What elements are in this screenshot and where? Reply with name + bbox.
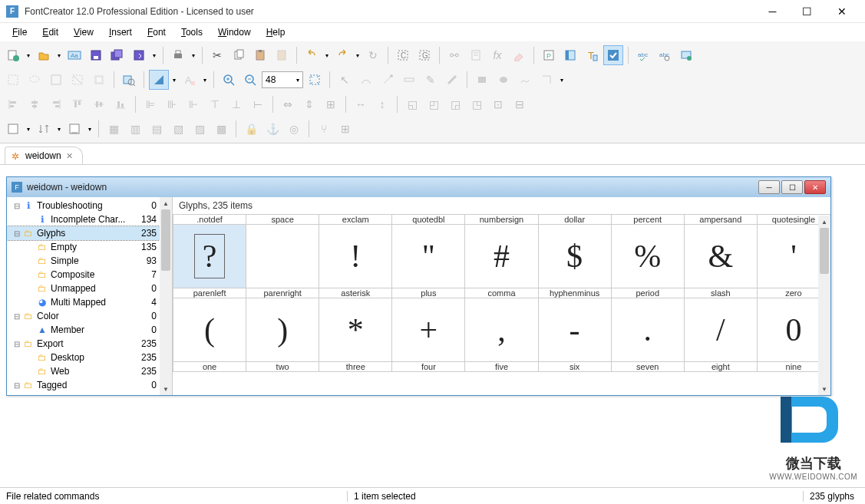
tree-toggle-icon[interactable]: ⊟	[12, 229, 22, 238]
save-button[interactable]	[86, 45, 106, 65]
paste-button[interactable]	[250, 45, 270, 65]
fill-mode-button[interactable]	[149, 70, 169, 90]
print-button[interactable]	[168, 45, 188, 65]
menu-view[interactable]: View	[66, 25, 101, 40]
zoom-combo[interactable]: 48▾	[262, 71, 303, 88]
space-v-button[interactable]: ↕	[372, 94, 392, 114]
child-titlebar[interactable]: F weidown - weidown ─ ☐ ✕	[7, 177, 830, 197]
menu-window[interactable]: Window	[210, 25, 259, 40]
path-button[interactable]	[536, 70, 556, 90]
script-button[interactable]	[466, 45, 486, 65]
glyph-cell[interactable]: &	[685, 225, 757, 288]
tree-item-troubleshooting[interactable]: ⊟ℹTroubleshooting0	[7, 199, 172, 212]
glyph-cell[interactable]: (	[173, 298, 246, 361]
function-button[interactable]: fx	[487, 45, 507, 65]
dropdown-icon[interactable]: ▾	[323, 52, 331, 59]
tree-item-web[interactable]: 🗀Web235	[7, 364, 172, 378]
tree-item-export[interactable]: ⊟🗀Export235	[7, 337, 172, 351]
select-all-button[interactable]	[46, 70, 66, 90]
link-button[interactable]: ⚯	[444, 45, 464, 65]
dropdown-icon[interactable]: ▾	[558, 77, 566, 84]
tab-weidown[interactable]: ✲ weidown ✕	[5, 147, 83, 164]
table-6-button[interactable]: ▩	[211, 119, 231, 139]
tree-item-glyphs[interactable]: ⊟🗀Glyphs235	[7, 226, 172, 240]
glyph-cell[interactable]: !	[319, 225, 391, 288]
glyph-cell[interactable]: ,	[465, 298, 537, 361]
dist-v-top-button[interactable]: ⊤	[205, 94, 225, 114]
ellipse-shape-button[interactable]	[494, 70, 513, 90]
minimize-button[interactable]: ─	[755, 1, 790, 22]
dropdown-icon[interactable]: ▾	[25, 52, 32, 59]
invert-select-button[interactable]	[89, 70, 109, 90]
measure-tool-button[interactable]	[399, 70, 419, 90]
contour-tool-button[interactable]	[356, 70, 376, 90]
glyph-cell[interactable]: %	[612, 225, 684, 288]
dist-h-left-button[interactable]: ⊫	[140, 94, 160, 114]
knife-tool-button[interactable]	[378, 70, 398, 90]
tree-item-color[interactable]: ⊟🗀Color0	[7, 309, 172, 323]
glyph-cell[interactable]: /	[685, 298, 757, 361]
same-size-button[interactable]: ⊞	[321, 94, 341, 114]
child-maximize-button[interactable]: ☐	[781, 180, 803, 194]
dist-v-center-button[interactable]: ⊥	[226, 94, 246, 114]
bring-forward-button[interactable]: ◳	[467, 94, 487, 114]
same-width-button[interactable]: ⇔	[278, 94, 298, 114]
align-middle-button[interactable]	[89, 94, 109, 114]
glyph-cell[interactable]: +	[392, 298, 464, 361]
zoom-out-button[interactable]	[240, 70, 260, 90]
category-tree[interactable]: ⊟ℹTroubleshooting0ℹIncomplete Char...134…	[7, 197, 172, 395]
table-3-button[interactable]: ▤	[147, 119, 167, 139]
tree-scrollbar[interactable]: ▲ ▼	[160, 197, 172, 395]
complete-composite-button[interactable]: C	[393, 45, 413, 65]
dist-h-center-button[interactable]: ⊪	[162, 94, 182, 114]
erase-button[interactable]	[509, 45, 529, 65]
menu-tools[interactable]: Tools	[173, 25, 210, 40]
close-button[interactable]: ✕	[824, 1, 859, 22]
fit-screen-button[interactable]	[305, 70, 325, 90]
rect-shape-button[interactable]	[472, 70, 492, 90]
tree-item-tagged[interactable]: ⊟🗀Tagged0	[7, 378, 172, 392]
tree-item-multi-mapped[interactable]: ◕Multi Mapped4	[7, 295, 172, 309]
tree-toggle-icon[interactable]: ⊟	[12, 202, 22, 210]
glyph-cell[interactable]	[246, 225, 319, 288]
save-all-button[interactable]	[107, 45, 127, 65]
caption-button[interactable]	[64, 119, 84, 139]
cut-button[interactable]: ✂	[207, 45, 227, 65]
tree-toggle-icon[interactable]: ⊟	[12, 340, 22, 348]
zoom-in-button[interactable]	[219, 70, 239, 90]
dropdown-icon[interactable]: ▾	[170, 77, 178, 84]
dropdown-icon[interactable]: ▾	[55, 52, 63, 59]
table-4-button[interactable]: ▧	[168, 119, 188, 139]
tree-item-unmapped[interactable]: 🗀Unmapped0	[7, 282, 172, 295]
dist-h-right-button[interactable]: ⊩	[183, 94, 203, 114]
freehand-button[interactable]	[515, 70, 535, 90]
scroll-down-icon[interactable]: ▼	[160, 383, 172, 395]
tree-item-simple[interactable]: 🗀Simple93	[7, 254, 172, 268]
dropdown-icon[interactable]: ▾	[150, 52, 158, 59]
align-top-button[interactable]	[68, 94, 87, 114]
spellcheck-button[interactable]: abc	[633, 45, 653, 65]
menu-file[interactable]: File	[5, 25, 35, 40]
glyph-scrollbar[interactable]: ▲ ▼	[818, 216, 830, 395]
align-center-h-button[interactable]	[25, 94, 45, 114]
align-bottom-button[interactable]	[111, 94, 130, 114]
sort-button[interactable]	[34, 119, 54, 139]
open-font-button[interactable]	[34, 45, 54, 65]
menu-font[interactable]: Font	[140, 25, 173, 40]
pointer-tool-button[interactable]: ↖	[335, 70, 355, 90]
tree-item-important[interactable]: ⚑Important0	[7, 392, 172, 395]
new-font-button[interactable]	[3, 45, 23, 65]
scroll-up-icon[interactable]: ▲	[160, 197, 172, 209]
menu-insert[interactable]: Insert	[101, 25, 140, 40]
glyph-cell[interactable]: "	[392, 225, 464, 288]
dropdown-icon[interactable]: ▾	[201, 77, 209, 84]
undo-button[interactable]	[302, 45, 322, 65]
redo-button[interactable]	[332, 45, 352, 65]
table-2-button[interactable]: ▥	[125, 119, 145, 139]
send-backward-button[interactable]: ◲	[445, 94, 465, 114]
send-back-button[interactable]: ◱	[402, 94, 422, 114]
tree-item-desktop[interactable]: 🗀Desktop235	[7, 351, 172, 364]
menu-edit[interactable]: Edit	[35, 25, 66, 40]
scroll-down-icon[interactable]: ▼	[818, 383, 830, 395]
repeat-button[interactable]: ↻	[363, 45, 383, 65]
